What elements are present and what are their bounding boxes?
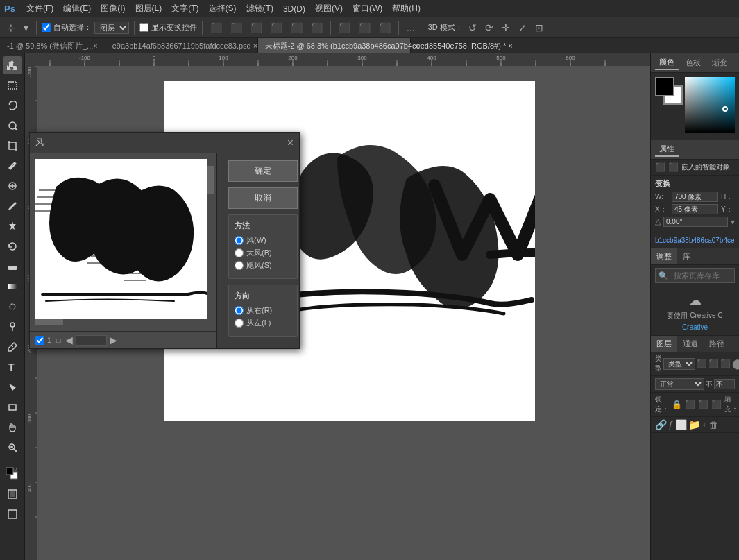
scale-3d-icon[interactable]: ⊡ [532, 22, 546, 33]
hand-tool[interactable] [3, 418, 22, 436]
x-input[interactable] [672, 204, 718, 214]
filter-icon3[interactable]: ⬛ [720, 359, 731, 368]
stamp-tool[interactable] [3, 217, 22, 235]
delete-layer-btn[interactable]: 🗑 [708, 419, 718, 430]
lock-icon4[interactable]: ⬛ [711, 400, 722, 409]
crop-tool[interactable] [3, 137, 22, 155]
menu-edit[interactable]: 编辑(E) [59, 1, 95, 16]
auto-select-checkbox[interactable] [42, 23, 51, 32]
method-bigwind-radio[interactable] [235, 248, 244, 257]
filter-toggle[interactable]: ⬤ [732, 358, 739, 369]
dir-left-label[interactable]: 从左(L) [246, 318, 271, 328]
align-bottom-icon[interactable]: ⬛ [308, 22, 325, 33]
menu-3d[interactable]: 3D(D) [279, 3, 309, 15]
method-bigwind-label[interactable]: 大风(B) [246, 248, 272, 258]
lock-icon3[interactable]: ⬛ [698, 400, 708, 409]
heal-tool[interactable] [3, 177, 22, 195]
dist-left-icon[interactable]: ⬛ [376, 22, 393, 33]
method-wind-label[interactable]: 风(W) [246, 235, 266, 246]
gradient-tool[interactable] [3, 278, 22, 296]
opacity-input[interactable] [714, 379, 735, 389]
roll-3d-icon[interactable]: ⟳ [482, 22, 496, 33]
menu-window[interactable]: 窗口(W) [348, 1, 387, 16]
color-picker-gradient[interactable] [685, 77, 735, 133]
screen-mode-tool[interactable] [3, 505, 22, 523]
dir-right-radio[interactable] [235, 306, 244, 315]
preview-hscroll-thumb[interactable] [35, 319, 63, 325]
lasso-tool[interactable] [3, 96, 22, 114]
move-tool-icon[interactable]: ⊹ [4, 22, 18, 33]
menu-layer[interactable]: 图层(L) [131, 1, 167, 16]
adjust-tab[interactable]: 调整 [651, 248, 677, 264]
brush-tool[interactable] [3, 197, 22, 215]
quick-select-tool[interactable] [3, 117, 22, 135]
dist-h-icon[interactable]: ⬛ [336, 22, 353, 33]
drag-3d-icon[interactable]: ✛ [499, 22, 513, 33]
tab-0[interactable]: -1 @ 59.8% (微信图片_...× [0, 38, 105, 53]
filter-icon1[interactable]: ⬛ [697, 359, 707, 368]
lock-icon2[interactable]: ⬛ [685, 400, 695, 409]
new-layer-btn[interactable]: + [702, 419, 707, 430]
width-input[interactable] [672, 192, 718, 202]
align-top-icon[interactable]: ⬛ [268, 22, 285, 33]
gradient-field[interactable] [685, 77, 735, 133]
dodge-tool[interactable] [3, 318, 22, 336]
menu-text[interactable]: 文字(T) [167, 1, 203, 16]
paths-tab[interactable]: 路径 [704, 336, 730, 352]
align-left-icon[interactable]: ⬛ [207, 22, 225, 33]
creative-link[interactable]: Creative [682, 323, 708, 331]
marquee-tool[interactable] [3, 76, 22, 94]
menu-select[interactable]: 选择(S) [205, 1, 241, 16]
method-hurricane-radio[interactable] [235, 261, 244, 270]
eraser-tool[interactable] [3, 257, 22, 275]
align-right-icon[interactable]: ⬛ [248, 22, 265, 33]
preview-vscroll-thumb[interactable] [207, 166, 214, 194]
path-select-tool[interactable] [3, 378, 22, 396]
tab-more[interactable]: » [411, 38, 427, 53]
filter-type-select[interactable]: 类型 [663, 358, 695, 370]
menu-help[interactable]: 帮助(H) [388, 1, 425, 16]
fg-color-swatch[interactable] [655, 77, 674, 96]
add-mask-btn[interactable]: ⬜ [675, 419, 687, 430]
zoom-out-btn[interactable]: ◀ [65, 334, 73, 346]
color-preview[interactable] [655, 77, 681, 105]
pen-tool[interactable] [3, 338, 22, 356]
add-style-btn[interactable]: ƒ [668, 419, 674, 430]
properties-tab[interactable]: 属性 [655, 142, 679, 157]
dialog-close-btn[interactable]: × [287, 137, 294, 149]
dialog-preview-image[interactable] [35, 159, 214, 325]
more-icon[interactable]: ... [404, 22, 418, 33]
angle-input[interactable] [663, 217, 728, 227]
history-tool[interactable] [3, 237, 22, 255]
zoom-input[interactable]: 100% [76, 335, 107, 346]
swatch-tab[interactable]: 色板 [681, 56, 705, 69]
zoom-tool[interactable] [3, 439, 22, 457]
rotate-3d-icon[interactable]: ↺ [466, 22, 479, 33]
library-tab[interactable]: 库 [677, 248, 696, 264]
align-middle-icon[interactable]: ⬛ [288, 22, 305, 33]
preview-hscroll[interactable] [35, 319, 207, 325]
menu-view[interactable]: 视图(V) [311, 1, 347, 16]
dir-right-label[interactable]: 从右(R) [246, 305, 272, 316]
menu-image[interactable]: 图像(I) [96, 1, 129, 16]
preview-vscroll[interactable] [207, 159, 214, 325]
dir-left-radio[interactable] [235, 319, 244, 328]
tab-1[interactable]: e9a3bb14af6b83667119b5fafdcce83.psd × [105, 38, 258, 53]
dist-v-icon[interactable]: ⬛ [356, 22, 373, 33]
quick-mask-tool[interactable] [3, 485, 22, 503]
hash-link[interactable]: b1ccb9a38b486ca07b4ce [655, 237, 735, 244]
angle-dropdown[interactable]: ▾ [731, 217, 735, 227]
foreground-bg-colors[interactable]: ↺ [3, 465, 22, 483]
channels-tab[interactable]: 通道 [677, 336, 704, 352]
slide-3d-icon[interactable]: ⤢ [516, 22, 529, 33]
shape-tool[interactable] [3, 398, 22, 416]
text-tool[interactable]: T [3, 358, 22, 376]
preview-checkbox[interactable] [35, 336, 44, 345]
move-tool[interactable] [3, 56, 22, 74]
cancel-btn[interactable]: 取消 [228, 187, 298, 209]
gradient-tab[interactable]: 渐变 [708, 56, 731, 69]
filter-icon2[interactable]: ⬛ [708, 359, 719, 368]
zoom-in-btn[interactable]: ▶ [110, 334, 117, 346]
align-center-icon[interactable]: ⬛ [228, 22, 245, 33]
search-input[interactable] [671, 270, 731, 281]
